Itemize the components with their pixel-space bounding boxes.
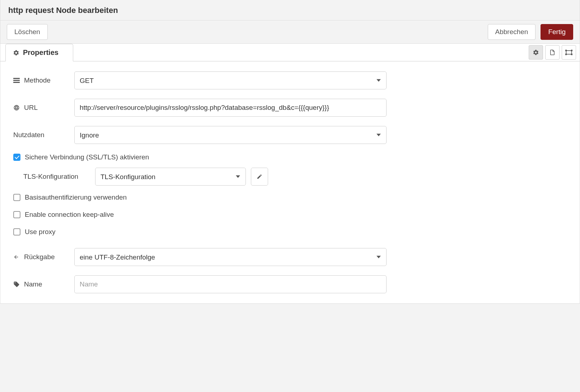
delete-button[interactable]: Löschen — [7, 24, 48, 40]
svg-rect-7 — [13, 82, 20, 83]
proxy-checkbox[interactable] — [13, 228, 20, 235]
tab-bar: Properties — [0, 44, 580, 61]
name-label: Name — [24, 280, 42, 288]
row-payload: Nutzdaten Ignore — [13, 126, 567, 144]
return-select[interactable]: eine UTF-8-Zeichenfolge — [74, 248, 387, 266]
method-select[interactable]: GET — [74, 71, 387, 89]
tlsconfig-edit-button[interactable] — [251, 168, 268, 186]
svg-rect-4 — [571, 54, 572, 55]
row-proxy: Use proxy — [13, 228, 567, 236]
arrow-left-icon — [13, 254, 20, 260]
row-method: Methode GET — [13, 71, 567, 89]
keepalive-checkbox[interactable] — [13, 211, 20, 218]
header: http request Node bearbeiten — [0, 0, 580, 20]
action-bar: Löschen Abbrechen Fertig — [0, 20, 580, 44]
bars-icon — [13, 78, 20, 83]
ssl-checkbox[interactable] — [13, 154, 20, 161]
tab-properties[interactable]: Properties — [5, 44, 73, 61]
page-title: http request Node bearbeiten — [8, 6, 572, 15]
settings-view-button[interactable] — [529, 45, 543, 60]
svg-rect-6 — [13, 80, 20, 81]
appearance-view-button[interactable] — [562, 45, 576, 60]
row-basicauth: Basisauthentifizierung verwenden — [13, 193, 567, 201]
ssl-label: Sichere Verbindung (SSL/TLS) aktivieren — [25, 153, 149, 161]
basicauth-label: Basisauthentifizierung verwenden — [25, 193, 127, 201]
row-keepalive: Enable connection keep-alive — [13, 211, 567, 219]
row-name: Name — [13, 275, 567, 293]
url-input[interactable] — [74, 99, 387, 117]
payload-label: Nutzdaten — [13, 131, 45, 139]
svg-rect-1 — [566, 50, 567, 51]
payload-select[interactable]: Ignore — [74, 126, 387, 144]
row-tlsconfig: TLS-Konfiguration TLS-Konfiguration — [23, 168, 567, 186]
gear-icon — [13, 50, 19, 56]
return-label: Rückgabe — [24, 253, 55, 261]
url-label: URL — [24, 104, 38, 112]
row-url: URL — [13, 99, 567, 117]
row-ssl: Sichere Verbindung (SSL/TLS) aktivieren — [13, 153, 567, 161]
svg-rect-3 — [566, 54, 567, 55]
edit-panel: http request Node bearbeiten Löschen Abb… — [0, 0, 580, 304]
tag-icon — [13, 281, 20, 288]
tab-properties-label: Properties — [23, 48, 59, 57]
proxy-label: Use proxy — [25, 228, 56, 236]
svg-rect-0 — [566, 51, 572, 54]
row-return: Rückgabe eine UTF-8-Zeichenfolge — [13, 248, 567, 266]
tlsconfig-select[interactable]: TLS-Konfiguration — [95, 168, 246, 186]
globe-icon — [13, 104, 20, 111]
svg-rect-2 — [571, 50, 572, 51]
keepalive-label: Enable connection keep-alive — [25, 211, 114, 219]
done-button[interactable]: Fertig — [541, 24, 573, 40]
svg-rect-5 — [13, 78, 20, 79]
description-view-button[interactable] — [545, 45, 560, 60]
basicauth-checkbox[interactable] — [13, 194, 20, 201]
name-input[interactable] — [74, 275, 387, 293]
method-label: Methode — [24, 76, 51, 84]
tlsconfig-label: TLS-Konfiguration — [23, 173, 95, 181]
cancel-button[interactable]: Abbrechen — [488, 24, 536, 40]
form-body: Methode GET URL Nutzdaten — [0, 61, 580, 303]
